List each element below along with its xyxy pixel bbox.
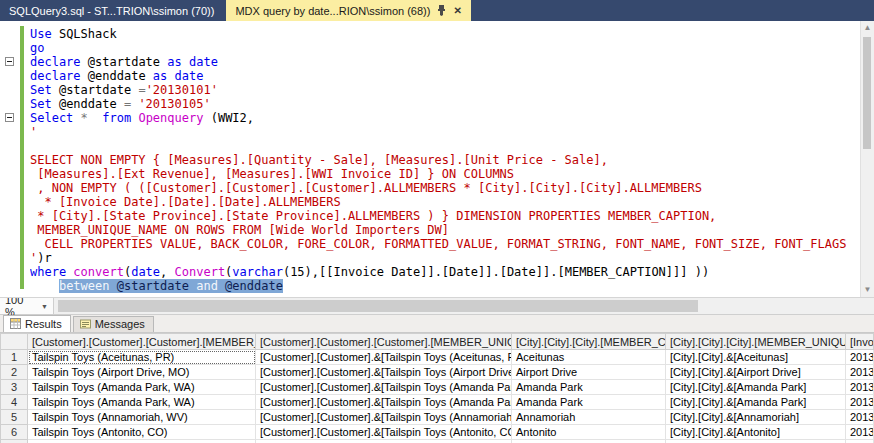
code-line: Set @startdate ='20130101' xyxy=(30,83,860,97)
grid-cell[interactable]: [Customer].[Customer].&[Tailspin Toys (A… xyxy=(256,365,512,380)
grid-row: 4Tailspin Toys (Amanda Park, WA)[Custome… xyxy=(1,395,874,410)
code-line: CELL PROPERTIES VALUE, BACK_COLOR, FORE_… xyxy=(30,237,860,251)
results-grid: [Customer].[Customer].[Customer].[MEMBER… xyxy=(0,333,874,443)
row-number[interactable]: 4 xyxy=(1,395,28,410)
code-line: , NON EMPTY ( ([Customer].[Customer].[Cu… xyxy=(30,181,860,195)
row-number[interactable]: 2 xyxy=(1,365,28,380)
code-editor[interactable]: Use SQLShackgodeclare @startdate as date… xyxy=(0,21,874,298)
editor-gutter xyxy=(0,21,30,297)
grid-cell[interactable]: Tailspin Toys (Aceitunas, PR) xyxy=(28,350,256,365)
code-line: go xyxy=(30,41,860,55)
tab-sqlquery3[interactable]: SQLQuery3.sql - ST...TRION\ssimon (70)) xyxy=(0,0,223,21)
chevron-down-icon: ▼ xyxy=(41,303,48,310)
grid-row: 2Tailspin Toys (Airport Drive, MO)[Custo… xyxy=(1,365,874,380)
fold-collapse-icon[interactable] xyxy=(5,113,14,122)
row-number[interactable]: 5 xyxy=(1,410,28,425)
grid-cell[interactable]: [Customer].[Customer].&[Tailspin Toys (A… xyxy=(256,425,512,440)
code-line: declare @enddate as date xyxy=(30,69,860,83)
pin-icon[interactable] xyxy=(437,5,446,16)
code-line: ' xyxy=(30,125,860,139)
code-area[interactable]: Use SQLShackgodeclare @startdate as date… xyxy=(30,21,860,297)
grid-cell[interactable]: 2013 xyxy=(846,365,874,380)
tab-results[interactable]: Results xyxy=(3,315,71,332)
tab-label: MDX query by date...RION\ssimon (68)) xyxy=(235,5,430,17)
row-number[interactable]: 6 xyxy=(1,425,28,440)
row-number[interactable]: 7 xyxy=(1,440,28,443)
editor-scrollbar[interactable]: ▲ ▼ xyxy=(860,21,874,297)
grid-cell[interactable]: Tailspin Toys (Amanda Park, WA) xyxy=(28,380,256,395)
grid-cell[interactable]: [City].[City].&[Amanda Park] xyxy=(666,395,846,410)
scroll-thumb[interactable] xyxy=(863,37,871,149)
code-line: ')r xyxy=(30,251,860,265)
code-line: Set @enddate = '20130105' xyxy=(30,97,860,111)
tab-label: SQLQuery3.sql - ST...TRION\ssimon (70)) xyxy=(9,5,214,17)
results-tab-label: Results xyxy=(25,318,62,330)
tab-messages[interactable]: Messages xyxy=(73,316,154,332)
grid-cell[interactable]: Amanda Park xyxy=(512,395,666,410)
scroll-up-icon[interactable]: ▲ xyxy=(861,21,874,35)
grid-cell[interactable]: [Customer].[Customer].&[Tailspin Toys (A… xyxy=(256,410,512,425)
code-line: * [City].[State Province].[State Provinc… xyxy=(30,209,860,223)
grid-row: 5Tailspin Toys (Annamoriah, WV)[Customer… xyxy=(1,410,874,425)
zoom-dropdown[interactable]: 100 % ▼ xyxy=(0,298,54,314)
editor-status-bar: 100 % ▼ xyxy=(0,298,874,315)
code-line xyxy=(30,139,860,153)
column-header[interactable]: [City].[City].[City].[MEMBER_CAPTION] xyxy=(512,334,666,350)
grid-cell[interactable]: Airport Drive xyxy=(512,365,666,380)
grid-cell[interactable]: [Customer].[Customer].&[Tailspin Toys (A… xyxy=(256,440,512,443)
fold-collapse-icon[interactable] xyxy=(5,57,14,66)
grid-cell[interactable]: 2013 xyxy=(846,380,874,395)
ssms-window: SQLQuery3.sql - ST...TRION\ssimon (70)) … xyxy=(0,0,874,443)
grid-cell[interactable]: Aceitunas xyxy=(512,350,666,365)
code-line: Select * from Openquery (WWI2, xyxy=(30,111,860,125)
grid-cell[interactable]: Tailspin Toys (Arietta, NY) xyxy=(28,440,256,443)
code-line: SELECT NON EMPTY { [Measures].[Quantity … xyxy=(30,153,860,167)
column-header[interactable]: [Invoi xyxy=(846,334,874,350)
grid-cell[interactable]: [City].[City].&[Antonito] xyxy=(666,425,846,440)
grid-cell[interactable]: 2013 xyxy=(846,425,874,440)
close-icon[interactable]: ✕ xyxy=(453,6,461,16)
scroll-down-icon[interactable]: ▼ xyxy=(861,283,874,297)
column-header[interactable]: [Customer].[Customer].[Customer].[MEMBER… xyxy=(256,334,512,350)
grid-cell[interactable]: 2013 xyxy=(846,440,874,443)
grid-cell[interactable]: [City].[City].&[Arietta] xyxy=(666,440,846,443)
grid-cell[interactable]: Arietta xyxy=(512,440,666,443)
grid-cell[interactable]: [Customer].[Customer].&[Tailspin Toys (A… xyxy=(256,350,512,365)
code-line: * [Invoice Date].[Date].[Date].ALLMEMBER… xyxy=(30,195,860,209)
grid-cell[interactable]: Antonito xyxy=(512,425,666,440)
grid-cell[interactable]: [Customer].[Customer].&[Tailspin Toys (A… xyxy=(256,380,512,395)
column-header[interactable]: [City].[City].[City].[MEMBER_UNIQUE_NAME… xyxy=(666,334,846,350)
grid-row: 6Tailspin Toys (Antonito, CO)[Customer].… xyxy=(1,425,874,440)
messages-icon xyxy=(80,319,91,330)
row-number[interactable]: 1 xyxy=(1,350,28,365)
grid-cell[interactable]: 2013 xyxy=(846,350,874,365)
hscroll-thumb[interactable] xyxy=(58,300,698,312)
grid-cell[interactable]: 2013 xyxy=(846,410,874,425)
code-line: [Measures].[Ext Revenue], [Measures].[WW… xyxy=(30,167,860,181)
code-line: MEMBER_UNIQUE_NAME ON ROWS FROM [Wide Wo… xyxy=(30,223,860,237)
grid-row: 3Tailspin Toys (Amanda Park, WA)[Custome… xyxy=(1,380,874,395)
grid-cell[interactable]: Amanda Park xyxy=(512,380,666,395)
grid-cell[interactable]: [City].[City].&[Airport Drive] xyxy=(666,365,846,380)
horizontal-scrollbar[interactable] xyxy=(54,298,874,314)
code-line: Use SQLShack xyxy=(30,27,860,41)
grid-cell[interactable]: Tailspin Toys (Airport Drive, MO) xyxy=(28,365,256,380)
messages-tab-label: Messages xyxy=(95,318,145,330)
grid-row: 7Tailspin Toys (Arietta, NY)[Customer].[… xyxy=(1,440,874,443)
grid-cell[interactable]: [City].[City].&[Amanda Park] xyxy=(666,380,846,395)
grid-cell[interactable]: [City].[City].&[Annamoriah] xyxy=(666,410,846,425)
grid-cell[interactable]: [City].[City].&[Aceitunas] xyxy=(666,350,846,365)
grid-corner[interactable] xyxy=(1,334,28,350)
grid-cell[interactable]: Tailspin Toys (Annamoriah, WV) xyxy=(28,410,256,425)
grid-cell[interactable]: Tailspin Toys (Amanda Park, WA) xyxy=(28,395,256,410)
results-pane: [Customer].[Customer].[Customer].[MEMBER… xyxy=(0,333,874,443)
code-line: where convert(date, Convert(varchar(15),… xyxy=(30,265,860,279)
grid-cell[interactable]: Tailspin Toys (Antonito, CO) xyxy=(28,425,256,440)
row-number[interactable]: 3 xyxy=(1,380,28,395)
grid-cell[interactable]: 2013 xyxy=(846,395,874,410)
results-grid-icon xyxy=(10,318,21,329)
tab-mdx-query[interactable]: MDX query by date...RION\ssimon (68)) ✕ xyxy=(226,0,470,21)
grid-cell[interactable]: [Customer].[Customer].&[Tailspin Toys (A… xyxy=(256,395,512,410)
grid-cell[interactable]: Annamoriah xyxy=(512,410,666,425)
column-header[interactable]: [Customer].[Customer].[Customer].[MEMBER… xyxy=(28,334,256,350)
